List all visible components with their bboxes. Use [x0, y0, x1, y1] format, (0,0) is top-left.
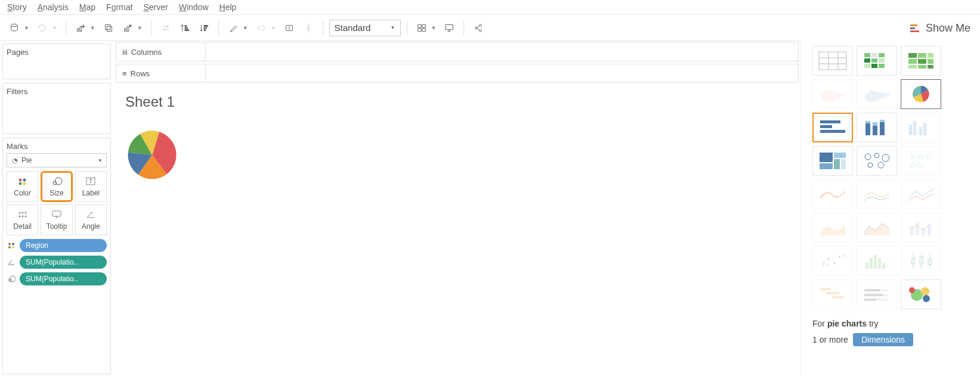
show-me-icon [910, 23, 921, 33]
show-cards-icon[interactable] [413, 20, 430, 36]
svg-point-97 [910, 163, 914, 167]
svg-rect-75 [865, 121, 870, 123]
fit-mode-select[interactable]: Standard [329, 20, 401, 36]
sm-histogram[interactable] [857, 246, 897, 276]
sort-desc-icon[interactable] [196, 20, 212, 36]
share-icon[interactable] [470, 20, 487, 36]
clear-sheet-icon[interactable] [119, 20, 136, 36]
sm-treemap[interactable] [812, 146, 853, 176]
mark-detail-button[interactable]: Detail [7, 204, 38, 235]
menu-window[interactable]: Window [179, 2, 209, 12]
pin-icon[interactable] [300, 20, 317, 36]
columns-icon: iii [122, 48, 128, 57]
label-t-icon: T [85, 176, 97, 187]
mark-angle-button[interactable]: Angle [75, 204, 107, 235]
sm-area-continuous[interactable] [812, 213, 853, 243]
menu-map[interactable]: Map [79, 2, 95, 12]
sm-pie[interactable] [901, 79, 941, 109]
mark-tooltip-button[interactable]: Tooltip [41, 204, 72, 235]
rows-shelf[interactable]: ≡ Rows [116, 64, 799, 83]
pages-shelf[interactable]: Pages [2, 43, 111, 79]
sm-circle-views[interactable] [857, 146, 897, 176]
sm-gantt[interactable] [812, 279, 853, 309]
sm-text-table[interactable] [812, 46, 853, 76]
svg-rect-113 [882, 263, 885, 269]
viz-canvas[interactable]: Sheet 1 [113, 84, 801, 376]
svg-point-36 [21, 216, 23, 217]
sm-filled-map[interactable] [857, 79, 897, 109]
svg-rect-64 [928, 53, 933, 58]
svg-rect-88 [820, 163, 833, 169]
sm-line-discrete[interactable] [857, 179, 897, 209]
sm-line-continuous[interactable] [812, 179, 853, 209]
filters-shelf[interactable]: Filters [2, 83, 111, 134]
pill-sum-population-size[interactable]: SUM(Populatio.. [20, 272, 107, 285]
separator [323, 20, 323, 36]
sm-dual-combination[interactable] [901, 213, 941, 243]
svg-rect-72 [820, 125, 832, 128]
menu-story[interactable]: Story [7, 2, 27, 12]
svg-rect-71 [820, 120, 840, 123]
sheet-title[interactable]: Sheet 1 [125, 94, 789, 110]
dropdown-caret-icon[interactable]: ▼ [90, 25, 95, 31]
new-worksheet-icon[interactable] [72, 20, 89, 36]
svg-text:T: T [89, 178, 92, 185]
svg-rect-62 [908, 53, 917, 58]
sm-scatter[interactable]: ++ [812, 246, 853, 276]
mark-color-button[interactable]: Color [7, 171, 38, 202]
sm-side-circles[interactable] [901, 146, 941, 176]
dropdown-caret-icon[interactable]: ▼ [137, 25, 143, 31]
presentation-icon[interactable] [441, 20, 457, 36]
svg-rect-122 [832, 296, 844, 299]
svg-point-104 [827, 258, 830, 260]
dimensions-pill: Dimensions [853, 333, 913, 346]
swap-icon[interactable] [157, 20, 174, 36]
mark-size-button[interactable]: Size [41, 171, 72, 202]
columns-shelf[interactable]: iii Columns [116, 42, 799, 61]
mark-label-button[interactable]: T Label [75, 171, 107, 202]
pill-region[interactable]: Region [20, 239, 107, 252]
dropdown-caret-icon[interactable]: ▼ [24, 25, 29, 31]
group-icon[interactable] [253, 20, 270, 36]
sort-asc-icon[interactable] [177, 20, 193, 36]
sm-area-discrete[interactable] [857, 213, 897, 243]
svg-rect-47 [910, 30, 919, 32]
sm-stacked-bar[interactable] [857, 113, 897, 142]
mark-type-select[interactable]: ◔ Pie [7, 153, 107, 167]
svg-rect-58 [879, 58, 885, 63]
show-me-toggle[interactable]: Show Me [802, 15, 980, 41]
svg-rect-68 [908, 65, 917, 69]
menu-analysis[interactable]: Analysis [38, 2, 69, 12]
sm-heat-map[interactable] [857, 46, 897, 76]
svg-rect-10 [204, 25, 208, 26]
sm-highlight-table[interactable] [901, 46, 941, 76]
sm-packed-bubbles[interactable] [901, 279, 941, 309]
svg-rect-4 [107, 26, 112, 31]
svg-rect-65 [908, 59, 917, 64]
duplicate-icon[interactable] [100, 20, 117, 36]
svg-rect-76 [873, 126, 877, 135]
sm-dual-line[interactable] [901, 179, 941, 209]
dropdown-caret-icon[interactable]: ▼ [52, 25, 57, 31]
label-icon[interactable]: T [281, 20, 298, 36]
separator [463, 20, 464, 36]
data-source-icon[interactable] [6, 20, 23, 36]
sm-box-plot[interactable] [901, 246, 941, 276]
menu-server[interactable]: Server [143, 2, 168, 12]
dropdown-caret-icon[interactable]: ▼ [431, 25, 437, 31]
pill-sum-population-angle[interactable]: SUM(Populatio.. [20, 256, 107, 269]
sm-bullet[interactable] [857, 279, 897, 309]
sm-horizontal-bar[interactable] [812, 113, 853, 142]
rows-icon: ≡ [122, 69, 127, 78]
svg-point-32 [18, 212, 20, 214]
menu-help[interactable]: Help [220, 2, 237, 12]
dropdown-caret-icon[interactable]: ▼ [271, 25, 276, 31]
refresh-icon[interactable] [34, 20, 51, 36]
menu-format[interactable]: Format [106, 2, 132, 12]
highlight-icon[interactable] [225, 20, 242, 36]
dropdown-caret-icon[interactable]: ▼ [243, 25, 248, 31]
angle-small-icon [7, 259, 16, 265]
sm-symbol-map[interactable] [812, 79, 853, 109]
svg-rect-3 [105, 24, 110, 29]
sm-side-bar[interactable] [901, 113, 941, 142]
